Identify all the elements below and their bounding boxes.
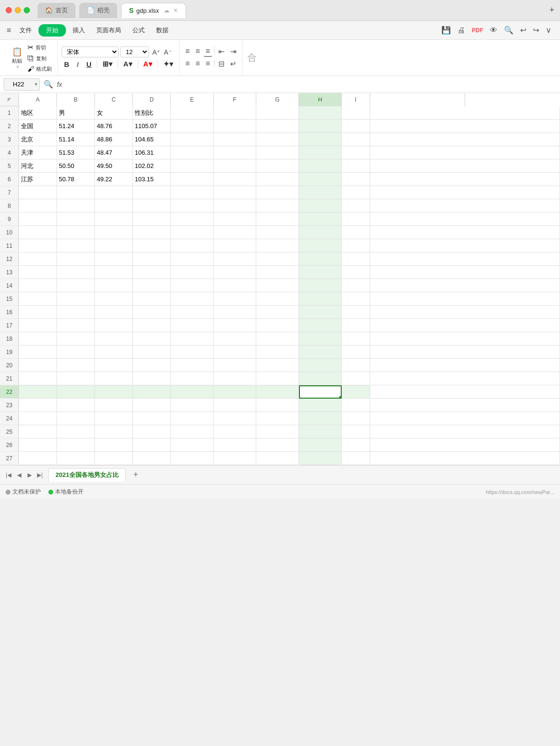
cell-A11[interactable] — [19, 239, 57, 252]
cell-G23[interactable] — [256, 399, 299, 412]
row-number-5[interactable]: 5 — [0, 159, 19, 173]
cell-D7[interactable] — [133, 186, 171, 199]
cell-ref-dropdown-icon[interactable]: ▼ — [33, 82, 39, 87]
cut-button[interactable]: 剪切 — [36, 44, 46, 51]
search-formula-icon[interactable]: 🔍 — [44, 80, 53, 89]
cell-E25[interactable] — [171, 425, 214, 438]
cell-C27[interactable] — [95, 452, 133, 465]
cell-E27[interactable] — [171, 452, 214, 465]
cell-A22[interactable] — [19, 385, 57, 399]
close-button[interactable] — [6, 7, 12, 13]
col-header-e[interactable]: E — [171, 93, 214, 106]
cell-H15[interactable] — [299, 292, 342, 306]
cell-G7[interactable] — [256, 186, 299, 199]
cell-D15[interactable] — [133, 292, 171, 306]
cell-F21[interactable] — [214, 372, 256, 385]
cell-B22[interactable] — [57, 385, 95, 399]
tab-gdp[interactable]: S gdp.xlsx ☁ ✕ — [121, 3, 186, 18]
cell-B18[interactable] — [57, 332, 95, 345]
cell-A2[interactable]: 全国 — [19, 120, 57, 133]
cell-F11[interactable] — [214, 239, 256, 252]
font-size-select[interactable]: 12 — [121, 47, 149, 57]
cell-E18[interactable] — [171, 332, 214, 345]
italic-button[interactable]: I — [75, 60, 81, 69]
cell-I12[interactable] — [342, 252, 370, 266]
cell-D3[interactable]: 104.65 — [133, 133, 171, 146]
row-number-7[interactable]: 7 — [0, 186, 19, 199]
cell-E24[interactable] — [171, 412, 214, 425]
font-size-decrease-button[interactable]: A⁻ — [162, 48, 173, 56]
row-number-26[interactable]: 26 — [0, 438, 19, 452]
cell-F4[interactable] — [214, 146, 256, 159]
cell-G14[interactable] — [256, 279, 299, 292]
cell-F6[interactable] — [214, 173, 256, 186]
cell-C11[interactable] — [95, 239, 133, 252]
hamburger-menu-icon[interactable]: ≡ — [5, 25, 13, 36]
cell-B23[interactable] — [57, 399, 95, 412]
cell-G24[interactable] — [256, 412, 299, 425]
row-number-2[interactable]: 2 — [0, 120, 19, 133]
row-number-12[interactable]: 12 — [0, 252, 19, 266]
cell-A24[interactable] — [19, 412, 57, 425]
row-number-18[interactable]: 18 — [0, 332, 19, 345]
row-number-23[interactable]: 23 — [0, 399, 19, 412]
cell-E14[interactable] — [171, 279, 214, 292]
cell-F7[interactable] — [214, 186, 256, 199]
cell-E4[interactable] — [171, 146, 214, 159]
cell-F26[interactable] — [214, 438, 256, 452]
cell-G1[interactable] — [256, 106, 299, 120]
col-header-d[interactable]: D — [133, 93, 171, 106]
cell-F20[interactable] — [214, 359, 256, 372]
cell-A8[interactable] — [19, 199, 57, 213]
cell-G16[interactable] — [256, 306, 299, 319]
paste-button[interactable]: 📋 粘贴 ▾ — [9, 46, 25, 70]
row-number-1[interactable]: 1 — [0, 106, 19, 120]
cell-I25[interactable] — [342, 425, 370, 438]
cell-H26[interactable] — [299, 438, 342, 452]
cell-C23[interactable] — [95, 399, 133, 412]
row-number-17[interactable]: 17 — [0, 319, 19, 332]
pdf-icon[interactable]: PDF — [470, 26, 485, 35]
cell-C3[interactable]: 48.86 — [95, 133, 133, 146]
cell-C17[interactable] — [95, 319, 133, 332]
sheet-nav-prev[interactable]: ◀ — [14, 470, 24, 480]
formula-input[interactable] — [66, 78, 556, 91]
cell-E1[interactable] — [171, 106, 214, 120]
menu-page-layout[interactable]: 页面布局 — [92, 24, 126, 37]
cell-H13[interactable] — [299, 266, 342, 279]
cell-B7[interactable] — [57, 186, 95, 199]
cell-G8[interactable] — [256, 199, 299, 213]
cell-C22[interactable] — [95, 385, 133, 399]
menu-file[interactable]: 文件 — [15, 24, 37, 37]
cell-F2[interactable] — [214, 120, 256, 133]
font-color-button[interactable]: A▾ — [141, 59, 155, 69]
cell-C16[interactable] — [95, 306, 133, 319]
cell-G11[interactable] — [256, 239, 299, 252]
cell-D26[interactable] — [133, 438, 171, 452]
cell-C15[interactable] — [95, 292, 133, 306]
row-number-15[interactable]: 15 — [0, 292, 19, 306]
cell-E16[interactable] — [171, 306, 214, 319]
cell-B24[interactable] — [57, 412, 95, 425]
cell-D23[interactable] — [133, 399, 171, 412]
cell-D8[interactable] — [133, 199, 171, 213]
fx-icon[interactable]: fx — [57, 81, 62, 88]
cell-A7[interactable] — [19, 186, 57, 199]
cell-G17[interactable] — [256, 319, 299, 332]
align-top-center-button[interactable]: ≡ — [194, 47, 202, 57]
cell-B11[interactable] — [57, 239, 95, 252]
cell-B3[interactable]: 51.14 — [57, 133, 95, 146]
cell-B8[interactable] — [57, 199, 95, 213]
cell-E7[interactable] — [171, 186, 214, 199]
cell-I11[interactable] — [342, 239, 370, 252]
row-number-8[interactable]: 8 — [0, 199, 19, 213]
cell-E5[interactable] — [171, 159, 214, 173]
cell-B17[interactable] — [57, 319, 95, 332]
cell-I10[interactable] — [342, 226, 370, 239]
cell-H16[interactable] — [299, 306, 342, 319]
cell-F16[interactable] — [214, 306, 256, 319]
row-number-11[interactable]: 11 — [0, 239, 19, 252]
cell-A3[interactable]: 北京 — [19, 133, 57, 146]
cell-B21[interactable] — [57, 372, 95, 385]
indent-increase-button[interactable]: ⇥ — [228, 47, 238, 57]
